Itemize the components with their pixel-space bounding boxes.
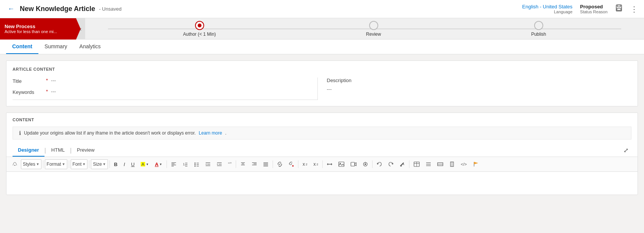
unordered-list-button[interactable] — [191, 160, 202, 168]
new-process-block[interactable]: New Process Active for less than one mi.… — [0, 18, 76, 40]
styles-dropdown[interactable]: Styles ▼ — [21, 159, 41, 169]
highlight-button[interactable]: A ▼ — [138, 160, 151, 168]
ordered-list-button[interactable]: 1. — [180, 160, 190, 168]
description-value[interactable]: --- — [327, 86, 632, 92]
keywords-label: Keywords — [13, 89, 43, 95]
styles-chevron: ▼ — [36, 162, 40, 166]
status-reason-label: Status Reason — [580, 10, 608, 14]
editor-toolbar: Styles ▼ Format ▼ Font ▼ Size ▼ B I U — [6, 157, 638, 172]
table-row-button[interactable] — [435, 160, 446, 168]
process-step-author[interactable]: Author (< 1 Min) — [183, 21, 216, 37]
process-title: New Process — [5, 24, 57, 29]
step-circle-publish — [534, 21, 543, 30]
svg-marker-21 — [206, 163, 206, 165]
italic-button[interactable]: I — [121, 160, 128, 169]
redo-button[interactable] — [385, 160, 396, 168]
insert-video-button[interactable] — [348, 160, 359, 168]
decrease-indent-button[interactable] — [203, 160, 213, 168]
editor-tabs-bar: Designer | HTML | Preview ⤢ — [6, 144, 638, 157]
font-dropdown[interactable]: Font ▼ — [71, 159, 88, 169]
insert-link-button[interactable] — [274, 160, 285, 168]
info-icon: ℹ — [19, 130, 21, 136]
toolbar-divider-6 — [236, 160, 236, 168]
keywords-value[interactable]: --- — [51, 89, 56, 94]
content-tabs-bar: Content Summary Analytics — [0, 40, 644, 54]
align-center-button[interactable] — [238, 160, 248, 168]
learn-more-link[interactable]: Learn more — [199, 130, 222, 136]
justify-button[interactable] — [260, 160, 271, 168]
eraser-button[interactable] — [397, 160, 408, 168]
title-value[interactable]: --- — [51, 78, 56, 83]
svg-rect-41 — [339, 162, 344, 166]
header-right: English - United States Language Propose… — [522, 4, 638, 14]
font-color-button[interactable]: A ▼ — [152, 160, 165, 169]
blockquote-button[interactable]: “” — [225, 160, 234, 169]
editor-tab-designer[interactable]: Designer — [13, 144, 44, 157]
svg-marker-39 — [331, 163, 332, 165]
align-left-button[interactable] — [168, 160, 179, 168]
svg-rect-43 — [351, 162, 355, 166]
keywords-field: Keywords * --- — [13, 89, 317, 95]
source-code-button[interactable]: </> — [458, 160, 470, 168]
tab-summary[interactable]: Summary — [38, 40, 73, 54]
toolbar-divider-7 — [273, 160, 273, 168]
process-chevron-arrow — [76, 18, 81, 40]
more-options-button[interactable]: ⋮ — [630, 5, 638, 14]
toolbar-divider-9 — [322, 160, 323, 168]
size-chevron: ▼ — [103, 162, 106, 166]
toolbar-divider-10 — [372, 160, 373, 168]
editor-tab-html[interactable]: HTML — [46, 144, 70, 157]
editor-body[interactable] — [6, 172, 638, 195]
horizontal-rule-button[interactable] — [324, 160, 335, 168]
save-button[interactable] — [615, 4, 623, 14]
table-column-button[interactable] — [447, 160, 457, 168]
title-required: * — [46, 78, 48, 83]
underline-button[interactable]: U — [128, 160, 137, 169]
insert-audio-button[interactable] — [360, 160, 371, 168]
keywords-required: * — [46, 89, 48, 94]
status-reason-block: Proposed Status Reason — [580, 4, 608, 14]
unsaved-label: - Unsaved — [99, 6, 121, 12]
process-step-publish[interactable]: Publish — [531, 21, 546, 37]
subscript-button[interactable]: x2 — [311, 160, 321, 168]
description-column: Description --- — [317, 78, 632, 100]
toolbar-divider-11 — [409, 160, 409, 168]
language-sub-label: Language — [554, 10, 573, 14]
toolbar-divider-2 — [69, 160, 69, 168]
toolbar-divider-4 — [109, 160, 110, 168]
back-button[interactable]: ← — [6, 5, 16, 13]
expand-editor-button[interactable]: ⤢ — [620, 145, 631, 155]
toolbar-divider-3 — [89, 160, 89, 168]
editor-tab-preview[interactable]: Preview — [71, 144, 100, 157]
remove-link-button[interactable] — [286, 160, 297, 168]
undo-button[interactable] — [374, 160, 385, 168]
process-sub: Active for less than one mi... — [5, 29, 57, 34]
insert-image-button[interactable] — [336, 160, 347, 168]
step-circle-review — [369, 21, 378, 30]
tab-analytics[interactable]: Analytics — [73, 40, 107, 54]
size-dropdown[interactable]: Size ▼ — [91, 159, 108, 169]
toolbar-paint-button[interactable] — [10, 160, 20, 168]
header-left: ← New Knowledge Article - Unsaved — [6, 5, 122, 13]
insert-table-button[interactable] — [411, 160, 422, 168]
process-step-review[interactable]: Review — [366, 21, 381, 37]
title-field: Title * --- — [13, 78, 317, 84]
flag-button[interactable] — [470, 160, 481, 168]
toolbar-divider-5 — [167, 160, 167, 168]
step-label-review: Review — [366, 32, 381, 37]
increase-indent-button[interactable] — [214, 160, 225, 168]
align-right-button[interactable] — [249, 160, 260, 168]
table-menu-button[interactable] — [423, 160, 434, 168]
svg-point-45 — [365, 163, 366, 165]
svg-point-12 — [194, 163, 195, 164]
language-link[interactable]: English - United States — [522, 4, 573, 10]
bold-button[interactable]: B — [111, 160, 120, 169]
superscript-button[interactable]: x2 — [300, 160, 310, 168]
tab-content[interactable]: Content — [6, 40, 38, 54]
format-chevron: ▼ — [62, 162, 65, 166]
step-label-author: Author (< 1 Min) — [183, 32, 216, 37]
svg-rect-3 — [14, 165, 16, 166]
format-dropdown[interactable]: Format ▼ — [45, 159, 67, 169]
svg-marker-25 — [217, 163, 218, 165]
svg-rect-2 — [617, 8, 621, 10]
